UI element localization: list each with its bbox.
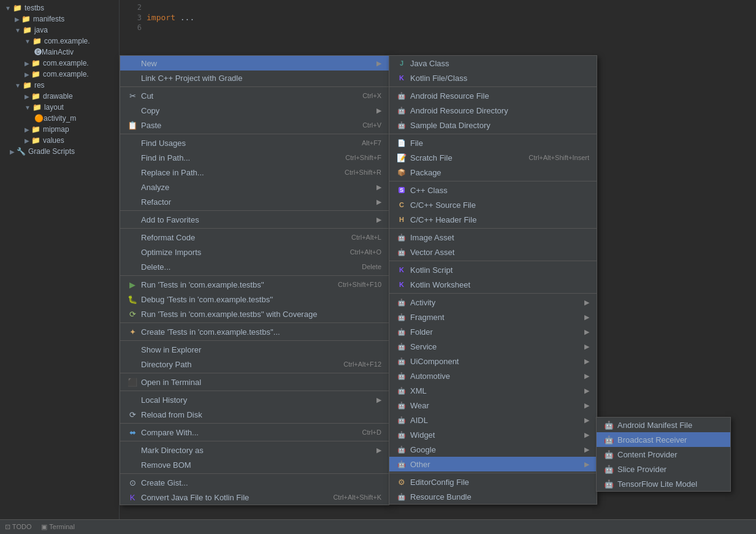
menu-item-local-history[interactable]: Local History ▶ xyxy=(120,392,389,407)
sidebar-item-com1[interactable]: ▼ 📁 com.example. xyxy=(0,36,119,47)
menu-item-tensorflow[interactable]: 🤖 TensorFlow Lite Model xyxy=(597,476,730,491)
menu-item-kotlin-worksheet[interactable]: K Kotlin Worksheet xyxy=(389,277,597,292)
menu-item-refactor[interactable]: Refactor ▶ xyxy=(120,194,389,209)
menu-item-sample-data-dir[interactable]: 🤖 Sample Data Directory xyxy=(389,118,597,132)
line-number: 6 xyxy=(124,23,142,32)
menu-item-fragment[interactable]: 🤖 Fragment ▶ xyxy=(389,310,597,324)
menu-item-new[interactable]: New ▶ xyxy=(120,56,389,71)
menu-item-find-path[interactable]: Find in Path... Ctrl+Shift+F xyxy=(120,150,389,165)
menu-item-analyze[interactable]: Analyze ▶ xyxy=(120,180,389,194)
menu-item-debug-tests[interactable]: 🐛 Debug 'Tests in 'com.example.testbs'' xyxy=(120,292,389,307)
sidebar-project[interactable]: ▼ 📁 testbs xyxy=(0,2,119,13)
menu-item-kotlin-script[interactable]: K Kotlin Script xyxy=(389,262,597,277)
submenu-arrow-icon: ▶ xyxy=(584,460,589,468)
menu-item-label: Replace in Path... xyxy=(141,168,204,177)
menu-item-java-class[interactable]: J Java Class xyxy=(389,56,597,71)
menu-item-package[interactable]: 📦 Package xyxy=(389,165,597,180)
android-icon: 🤖 xyxy=(397,341,407,351)
menu-item-vector-asset[interactable]: 🤖 Vector Asset xyxy=(389,245,597,259)
menu-item-file[interactable]: 📄 File xyxy=(389,135,597,150)
editor-line[interactable]: 3 import ... xyxy=(120,12,230,23)
menu-item-content-provider[interactable]: 🤖 Content Provider xyxy=(597,447,730,462)
menu-item-open-terminal[interactable]: ⬛ Open in Terminal xyxy=(120,375,389,389)
menu-item-uicomponent[interactable]: 🤖 UiComponent ▶ xyxy=(389,354,597,368)
menu-item-remove-bom[interactable]: Remove BOM xyxy=(120,457,389,472)
copy-icon xyxy=(128,105,137,115)
menu-item-create-tests[interactable]: ✦ Create 'Tests in 'com.example.testbs''… xyxy=(120,324,389,339)
menu-item-automotive[interactable]: 🤖 Automotive ▶ xyxy=(389,368,597,383)
sidebar-item-values[interactable]: ▶ 📁 values xyxy=(0,135,119,146)
sidebar-item-com3[interactable]: ▶ 📁 com.example. xyxy=(0,69,119,80)
cpp-icon: S xyxy=(397,185,407,195)
menu-item-xml[interactable]: 🤖 XML ▶ xyxy=(389,383,597,398)
menu-item-cpp-header[interactable]: H C/C++ Header File xyxy=(389,212,597,227)
menu-item-link-cpp[interactable]: Link C++ Project with Gradle xyxy=(120,71,389,85)
menu-item-label: Link C++ Project with Gradle xyxy=(141,74,242,83)
menu-item-google[interactable]: 🤖 Google ▶ xyxy=(389,442,597,457)
separator xyxy=(120,322,389,323)
sidebar-item-mainactiv[interactable]: 🅒 MainActiv xyxy=(0,47,119,58)
menu-item-cut[interactable]: ✂ Cut Ctrl+X xyxy=(120,88,389,103)
menu-item-label: UiComponent xyxy=(410,357,459,366)
menu-item-reload[interactable]: ⟳ Reload from Disk xyxy=(120,407,389,422)
menu-item-broadcast-receiver[interactable]: 🤖 Broadcast Receiver xyxy=(597,432,730,447)
sidebar-item-label: drawable xyxy=(43,92,73,101)
menu-item-dir-path[interactable]: Directory Path Ctrl+Alt+F12 xyxy=(120,357,389,372)
menu-item-compare[interactable]: ⬌ Compare With... Ctrl+D xyxy=(120,425,389,440)
menu-item-label: TensorFlow Lite Model xyxy=(617,479,697,489)
menu-item-android-resource-file[interactable]: 🤖 Android Resource File xyxy=(389,88,597,103)
sidebar-item-manifests[interactable]: ▶ 📁 manifests xyxy=(0,13,119,25)
statusbar-terminal[interactable]: ▣ Terminal xyxy=(41,523,74,531)
menu-item-kotlin-class[interactable]: K Kotlin File/Class xyxy=(389,71,597,85)
menu-item-replace-path[interactable]: Replace in Path... Ctrl+Shift+R xyxy=(120,165,389,180)
menu-item-find-usages[interactable]: Find Usages Alt+F7 xyxy=(120,135,389,150)
sidebar-item-drawable[interactable]: ▶ 📁 drawable xyxy=(0,91,119,102)
menu-item-show-explorer[interactable]: Show in Explorer xyxy=(120,342,389,357)
menu-item-delete[interactable]: Delete... Delete xyxy=(120,259,389,274)
menu-item-widget[interactable]: 🤖 Widget ▶ xyxy=(389,427,597,442)
menu-item-run-tests[interactable]: ▶ Run 'Tests in 'com.example.testbs'' Ct… xyxy=(120,277,389,292)
menu-item-cpp-class[interactable]: S C++ Class xyxy=(389,183,597,197)
menu-item-optimize-imports[interactable]: Optimize Imports Ctrl+Alt+O xyxy=(120,245,389,259)
menu-item-editorconfig[interactable]: ⚙ EditorConfig File xyxy=(389,475,597,489)
menu-item-image-asset[interactable]: 🤖 Image Asset xyxy=(389,230,597,245)
menu-item-run-coverage[interactable]: ⟳ Run 'Tests in 'com.example.testbs'' wi… xyxy=(120,307,389,321)
statusbar-todo[interactable]: ⊡ TODO xyxy=(5,523,31,531)
menu-item-cpp-source[interactable]: C C/C++ Source File xyxy=(389,197,597,212)
menu-item-reformat[interactable]: Reformat Code Ctrl+Alt+L xyxy=(120,230,389,245)
menu-item-android-resource-dir[interactable]: 🤖 Android Resource Directory xyxy=(389,103,597,118)
explorer-icon xyxy=(128,345,137,354)
separator xyxy=(389,86,597,87)
kotlin-icon: K xyxy=(397,280,407,289)
menu-item-convert-kotlin[interactable]: K Convert Java File to Kotlin File Ctrl+… xyxy=(120,490,389,505)
menu-item-android-manifest[interactable]: 🤖 Android Manifest File xyxy=(597,418,730,432)
menu-item-paste[interactable]: 📋 Paste Ctrl+V xyxy=(120,118,389,132)
sidebar-item-gradle[interactable]: ▶ 🔧 Gradle Scripts xyxy=(0,146,119,157)
menu-item-mark-dir[interactable]: Mark Directory as ▶ xyxy=(120,443,389,457)
context-menu-sub: 🤖 Android Manifest File 🤖 Broadcast Rece… xyxy=(596,417,731,492)
sidebar-item-java[interactable]: ▼ 📁 java xyxy=(0,25,119,36)
menu-item-add-favorites[interactable]: Add to Favorites ▶ xyxy=(120,212,389,227)
menu-item-create-gist[interactable]: ⊙ Create Gist... xyxy=(120,475,389,490)
menu-item-label: Kotlin File/Class xyxy=(410,74,467,83)
android-icon: 🤖 xyxy=(397,120,407,130)
menu-item-other[interactable]: 🤖 Other ▶ xyxy=(389,457,597,471)
menu-item-aidl[interactable]: 🤖 AIDL ▶ xyxy=(389,413,597,427)
sidebar-item-layout[interactable]: ▼ 📁 layout xyxy=(0,102,119,113)
menu-item-folder[interactable]: 🤖 Folder ▶ xyxy=(389,324,597,339)
sidebar-item-activity-m[interactable]: 🟠 activity_m xyxy=(0,113,119,124)
editor-line: 2 xyxy=(120,2,230,12)
menu-item-slice-provider[interactable]: 🤖 Slice Provider xyxy=(597,462,730,476)
menu-item-resource-bundle[interactable]: 🤖 Resource Bundle xyxy=(389,489,597,504)
menu-item-scratch-file[interactable]: 📝 Scratch File Ctrl+Alt+Shift+Insert xyxy=(389,150,597,165)
submenu-arrow-icon: ▶ xyxy=(584,416,589,424)
menu-item-wear[interactable]: 🤖 Wear ▶ xyxy=(389,398,597,413)
sidebar-item-mipmap[interactable]: ▶ 📁 mipmap xyxy=(0,124,119,135)
menu-item-activity[interactable]: 🤖 Activity ▶ xyxy=(389,295,597,310)
menu-item-service[interactable]: 🤖 Service ▶ xyxy=(389,339,597,354)
menu-item-copy[interactable]: Copy ▶ xyxy=(120,103,389,118)
separator xyxy=(120,373,389,373)
sidebar-item-com2[interactable]: ▶ 📁 com.example. xyxy=(0,58,119,69)
menu-item-label: Open in Terminal xyxy=(141,378,201,387)
sidebar-item-res[interactable]: ▼ 📁 res xyxy=(0,80,119,91)
